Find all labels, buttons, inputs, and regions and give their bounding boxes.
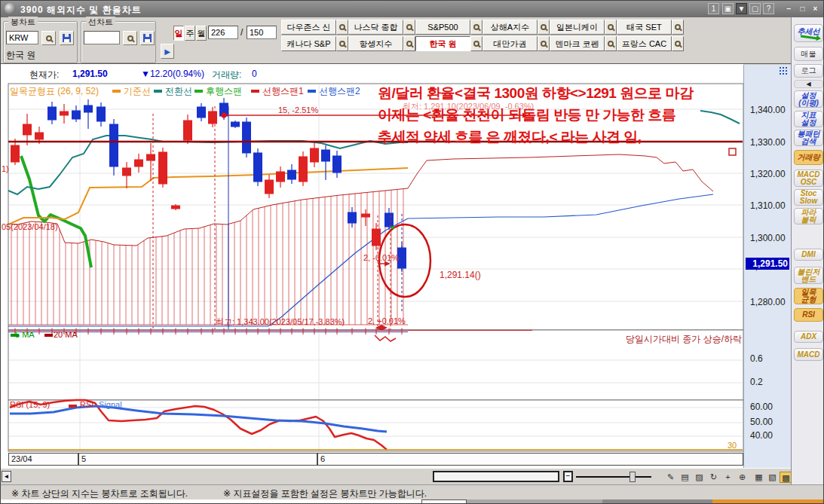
index-search-nasdaq[interactable]: [403, 20, 415, 35]
period-day[interactable]: 일: [173, 26, 184, 41]
window-number-icon[interactable]: 1: [708, 3, 719, 14]
chart-tool-b-icon[interactable]: ▧: [766, 472, 779, 483]
index-button-nikkei[interactable]: 일본니케이: [550, 20, 605, 35]
sidebar-item-macd[interactable]: MACD: [794, 348, 823, 361]
scrollbar-thumb[interactable]: [433, 471, 559, 482]
expand-icon[interactable]: ▢: [749, 3, 761, 14]
status-bar: ※ 차트 상단의 지수는 봉차트로 조회됩니다. ※ 지표설정을 포함한 설정은…: [1, 484, 824, 499]
sidebar-item-dmi[interactable]: DMI: [794, 249, 823, 261]
index-button-sp500[interactable]: S&P500: [415, 20, 470, 35]
period-month[interactable]: 월: [196, 26, 207, 41]
scroll-left-button[interactable]: ◄: [2, 471, 11, 482]
index-search-shanghai-a[interactable]: [538, 20, 550, 35]
sidebar-item-log[interactable]: 로그: [794, 64, 823, 78]
index-button-nasdaq[interactable]: 나스닥 종합: [348, 20, 403, 35]
index-button-hangseng[interactable]: 항셍지수: [348, 36, 403, 51]
cascade-icon[interactable]: ▣: [722, 3, 734, 14]
index-search-korea-won[interactable]: [470, 36, 482, 51]
titlebar[interactable]: 3900 해외지수 및 환율차트 1▣▼▢?−□×: [1, 1, 824, 17]
index-search-canada-sp[interactable]: [336, 36, 348, 51]
sidebar-item-indicator-settings[interactable]: 지표설정: [794, 111, 823, 127]
index-search-taiwan[interactable]: [538, 36, 550, 51]
window-title: 3900 해외지수 및 환율차트: [20, 4, 142, 17]
maximize-icon[interactable]: □: [797, 3, 808, 14]
index-search-sp500[interactable]: [470, 20, 482, 35]
chart-tool-a-icon[interactable]: ▦: [752, 472, 765, 483]
chart-scrollbar[interactable]: ◄ − ✎▤▨↻+⊕▦▧▩: [1, 468, 791, 484]
sidebar-item-supply[interactable]: 매물: [794, 47, 823, 61]
sidebar-item-parabolic[interactable]: 파라볼릭: [794, 208, 823, 225]
app-window: 3900 해외지수 및 환율차트 1▣▼▢?−□× 봉차트 한국 원 선차트 ▶…: [0, 0, 824, 504]
apply-button[interactable]: ▶: [161, 44, 174, 59]
x-axis-label-june: 6: [317, 453, 743, 466]
period-week[interactable]: 주: [185, 26, 195, 41]
index-button-taiwan[interactable]: 대만가권: [482, 36, 538, 51]
sidebar-item-label: 설정: [801, 92, 816, 99]
search-icon: [541, 41, 547, 47]
minimize-icon[interactable]: −: [783, 3, 795, 14]
sidebar-item-stoc-slow[interactable]: StocSlow: [794, 189, 823, 206]
drag-grip-icon[interactable]: [780, 67, 787, 75]
sidebar-item-label: MACD: [798, 351, 820, 359]
line-chart-group: 선차트: [81, 21, 156, 63]
index-search-denmark[interactable]: [605, 36, 617, 51]
sidebar-item-label: 설정: [801, 119, 816, 127]
search-icon: [608, 24, 614, 30]
index-search-france-cac[interactable]: [672, 36, 684, 51]
axis-label: 0.2: [750, 377, 763, 387]
index-search-dow-jones[interactable]: [336, 20, 348, 35]
zoom-icon[interactable]: ⊕: [736, 472, 749, 483]
sidebar-item-rsi[interactable]: RSI: [794, 308, 823, 322]
line-code-input[interactable]: [84, 31, 120, 44]
index-button-thailand-set[interactable]: 태국 SET: [617, 20, 672, 35]
ichimoku-legend-item: 선행스팬2: [319, 85, 360, 98]
index-button-france-cac[interactable]: 프랑스 CAC: [617, 36, 672, 51]
help-icon[interactable]: ?: [763, 3, 774, 14]
sidebar-item-bollinger[interactable]: 볼린저밴드: [794, 267, 823, 284]
taskbar-strip: [1, 499, 824, 504]
candle-count-input[interactable]: [208, 26, 238, 39]
line-save-button[interactable]: [140, 31, 155, 45]
candle-code-input[interactable]: [6, 31, 38, 44]
chart-annotation: 추세적 약세 흐름 은 깨졌다,< 라는 사견 임,: [378, 127, 642, 147]
sidebar-item-label: MACD: [798, 171, 820, 179]
crosshair-icon[interactable]: +: [721, 472, 734, 483]
index-button-korea-won[interactable]: 한국 원: [415, 36, 470, 51]
refresh-icon[interactable]: ↻: [707, 472, 720, 483]
sidebar-item-macd-osc[interactable]: MACDOSC: [794, 170, 823, 187]
rsi-legend-title: RSI (15, 9): [10, 400, 50, 409]
layers-icon[interactable]: ▤: [678, 472, 691, 483]
draw-icon[interactable]: ✎: [664, 472, 677, 483]
sidebar-item-volume[interactable]: 거래량: [794, 150, 823, 165]
pin-icon[interactable]: ▼: [736, 3, 747, 14]
taskbar-fragment: [467, 499, 602, 504]
sidebar-item-label: OSC: [801, 179, 817, 186]
index-button-shanghai-a[interactable]: 상해A지수: [482, 20, 538, 35]
slash-label: /: [240, 27, 243, 38]
current-price-label: 현재가:: [29, 69, 59, 81]
sidebar-item-ichimoku[interactable]: 일목균형: [794, 288, 823, 304]
chart-image-icon[interactable]: ▨: [693, 472, 706, 483]
rsi-series-label: Signal: [99, 400, 122, 409]
sidebar-item-collapse[interactable]: ◀: [794, 80, 823, 88]
line-search-button[interactable]: [123, 31, 137, 45]
candle-search-button[interactable]: [41, 31, 56, 45]
zoom-slider-handle[interactable]: [629, 472, 636, 482]
index-button-canada-sp[interactable]: 캐나다 S&P: [281, 36, 336, 51]
ichimoku-legend-item: 기준선: [124, 85, 151, 98]
candle-width-input[interactable]: [247, 26, 277, 39]
sidebar-item-settings-ma[interactable]: 설정(이평): [794, 90, 823, 108]
search-icon: [406, 41, 412, 47]
index-search-nikkei[interactable]: [605, 20, 617, 35]
close-icon[interactable]: ×: [810, 3, 821, 14]
ichimoku-legend-item: 후행스팬: [206, 85, 242, 98]
sidebar-item-trendline[interactable]: 추세선: [794, 24, 823, 42]
index-button-denmark[interactable]: 덴마크 코펜: [550, 36, 605, 51]
candle-save-button[interactable]: [60, 31, 74, 45]
index-search-thailand-set[interactable]: [672, 20, 684, 35]
zoom-out-button[interactable]: −: [563, 471, 573, 482]
sidebar-item-adx[interactable]: ADX: [794, 331, 823, 343]
sidebar-item-pattern-search[interactable]: 봉패턴검색: [794, 130, 823, 146]
index-button-dow-jones[interactable]: 다우존스 신: [281, 20, 336, 35]
index-search-hangseng[interactable]: [403, 36, 415, 51]
